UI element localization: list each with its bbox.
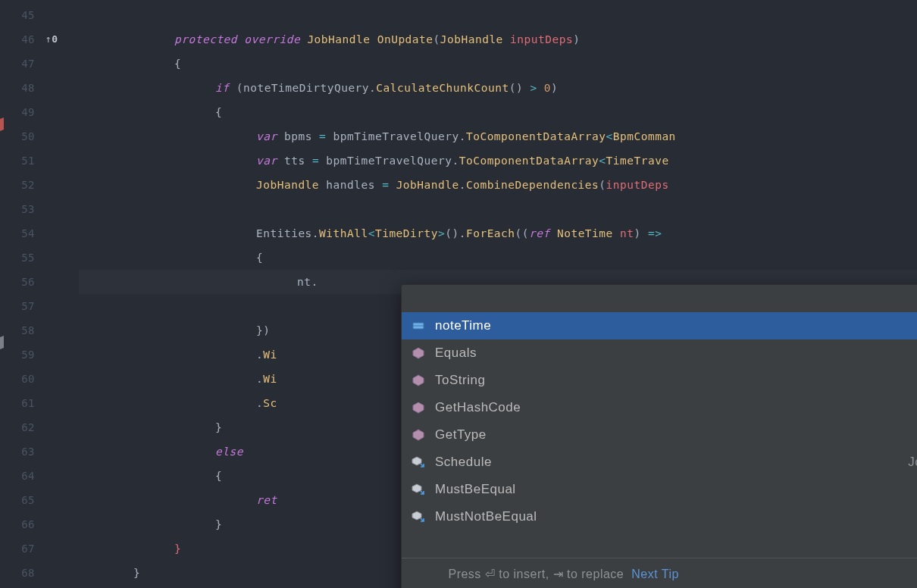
completion-item[interactable]: noteTimefloat: [402, 312, 917, 339]
code-line[interactable]: protected override JobHandle OnUpdate(Jo…: [79, 27, 917, 52]
ext-icon: [409, 453, 427, 471]
next-tip-link[interactable]: Next Tip: [631, 568, 679, 581]
line-number: 66: [0, 512, 45, 536]
marker-row: [45, 149, 79, 173]
marker-row: [45, 124, 79, 149]
line-number: 55: [0, 246, 45, 270]
marker-row: [45, 221, 79, 246]
marker-row: [45, 464, 79, 488]
completion-item[interactable]: MustNotBeEqual: [402, 503, 917, 530]
svg-marker-4: [413, 430, 424, 440]
line-number: 45: [0, 3, 45, 27]
completion-item[interactable]: ScheduleJobHandle: [402, 449, 917, 476]
line-number: 49: [0, 100, 45, 124]
method-icon: [409, 344, 427, 362]
code-line[interactable]: if (noteTimeDirtyQuery.CalculateChunkCou…: [79, 76, 917, 100]
line-number: 67: [0, 536, 45, 561]
line-number: 65: [0, 488, 45, 512]
line-number-gutter: 4546474849505152535455565758596061626364…: [0, 0, 45, 588]
error-marker: [0, 117, 4, 131]
field-icon: [409, 317, 427, 335]
marker-row: [45, 270, 79, 294]
line-number: 61: [0, 391, 45, 415]
ext-icon: [409, 508, 427, 526]
marker-row: [45, 367, 79, 391]
code-line[interactable]: {: [79, 246, 917, 270]
marker-row: [45, 246, 79, 270]
code-line[interactable]: Entities.WithAll<TimeDirty>().ForEach((r…: [79, 221, 917, 246]
marker-row: [45, 536, 79, 561]
marker-row: [45, 512, 79, 536]
line-number: 59: [0, 342, 45, 367]
completion-item[interactable]: MustBeEqual: [402, 476, 917, 503]
completion-name: MustNotBeEqual: [435, 509, 917, 524]
line-number: 58: [0, 318, 45, 342]
marker-row: [45, 488, 79, 512]
marker-row: [45, 415, 79, 439]
code-line[interactable]: var tts = bpmTimeTravelQuery.ToComponent…: [79, 149, 917, 173]
footer-hint: Press ⏎ to insert, ⇥ to replace: [411, 553, 624, 588]
line-number: 53: [0, 197, 45, 221]
ext-icon: [409, 480, 427, 499]
completion-name: Schedule: [435, 455, 908, 470]
code-line[interactable]: [79, 197, 917, 221]
line-number: 51: [0, 149, 45, 173]
completion-name: ToString: [435, 373, 917, 388]
marker-row: [45, 197, 79, 221]
completion-popup[interactable]: noteTimefloatEqualsboolToStringstringGet…: [401, 284, 917, 588]
code-line[interactable]: var bpms = bpmTimeTravelQuery.ToComponen…: [79, 124, 917, 149]
completion-name: noteTime: [435, 318, 917, 333]
marker-row: [45, 76, 79, 100]
marker-row: [45, 342, 79, 367]
marker-row: [45, 3, 79, 27]
completion-name: GetType: [435, 427, 917, 443]
completion-name: MustBeEqual: [435, 482, 917, 497]
line-number: 56: [0, 270, 45, 294]
marker-row: [45, 52, 79, 76]
svg-marker-1: [413, 348, 424, 358]
completion-type: JobHandle: [908, 455, 917, 470]
code-line[interactable]: JobHandle handles = JobHandle.CombineDep…: [79, 173, 917, 197]
marker-row: [45, 318, 79, 342]
method-icon: [409, 371, 427, 389]
line-number: 50: [0, 124, 45, 149]
line-number: 62: [0, 415, 45, 439]
svg-marker-6: [412, 484, 421, 493]
line-number: 46: [0, 27, 45, 52]
svg-marker-5: [412, 457, 421, 465]
method-icon: [409, 399, 427, 417]
marker-row: [45, 294, 79, 318]
line-number: 60: [0, 367, 45, 391]
svg-marker-3: [413, 402, 424, 413]
line-number: 54: [0, 221, 45, 246]
line-number: 48: [0, 76, 45, 100]
line-number: 47: [0, 52, 45, 76]
completion-item[interactable]: ToStringstring: [402, 367, 917, 394]
left-error-stripe: [0, 0, 5, 588]
marker-row: ↑0: [45, 27, 79, 52]
svg-marker-7: [412, 511, 421, 520]
method-icon: [409, 426, 427, 444]
line-number: 68: [0, 561, 45, 585]
code-line[interactable]: {: [79, 100, 917, 124]
completion-footer: Press ⏎ to insert, ⇥ to replace Next Tip…: [402, 558, 917, 588]
code-editor[interactable]: 4546474849505152535455565758596061626364…: [0, 0, 917, 588]
line-number: 64: [0, 464, 45, 488]
svg-marker-2: [413, 375, 424, 386]
completion-item[interactable]: GetHashCodeint: [402, 394, 917, 421]
marker-row: [45, 173, 79, 197]
line-number: 63: [0, 439, 45, 464]
code-area[interactable]: protected override JobHandle OnUpdate(Jo…: [79, 0, 917, 588]
marker-row: [45, 100, 79, 124]
marker-column: ↑0: [45, 0, 79, 588]
completion-name: GetHashCode: [435, 400, 917, 415]
line-number: 57: [0, 294, 45, 318]
completion-item[interactable]: GetTypeType: [402, 421, 917, 449]
marker-row: [45, 391, 79, 415]
marker-row: [45, 439, 79, 464]
code-line[interactable]: {: [79, 52, 917, 76]
completion-item[interactable]: Equalsbool: [402, 339, 917, 367]
line-number: 52: [0, 173, 45, 197]
warn-marker: [0, 336, 4, 349]
completion-name: Equals: [435, 346, 917, 361]
